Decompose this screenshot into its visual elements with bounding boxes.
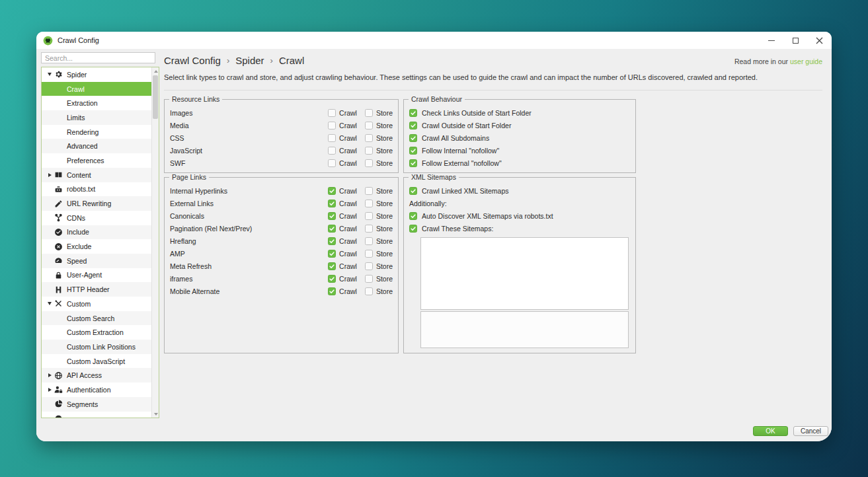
checkbox-crawl-outside-of-start-folder[interactable] [409, 122, 417, 129]
dialog-body: SpiderCrawlExtractionLimitsRenderingAdva… [36, 49, 832, 441]
sidebar-item-spider[interactable]: Spider [42, 67, 151, 82]
scrollbar-thumb[interactable] [153, 75, 158, 119]
crawl-checkbox-label: Crawl [339, 134, 357, 142]
breadcrumb-part-spider[interactable]: Spider [235, 55, 264, 66]
sidebar-item-user-agent[interactable]: User-Agent [42, 268, 151, 283]
store-checkbox-swf[interactable] [365, 159, 373, 167]
chevron-down-icon[interactable] [45, 73, 54, 76]
sidebar-item-label: CDNs [67, 214, 85, 222]
crawl-checkbox-external-links[interactable] [328, 200, 336, 207]
sidebar-item-exclude[interactable]: Exclude [42, 239, 151, 254]
crawl-checkbox-group: Crawl [328, 147, 357, 155]
store-checkbox-css[interactable] [365, 134, 373, 142]
crawl-checkbox-meta-refresh[interactable] [328, 262, 336, 270]
store-checkbox-mobile-alternate[interactable] [365, 287, 373, 295]
sidebar-item-advanced[interactable]: Advanced [42, 139, 151, 153]
checkbox-crawl-linked-xml-sitemaps[interactable] [409, 187, 417, 195]
sidebar-item-label: Custom Link Positions [67, 343, 136, 351]
tree-scrollbar[interactable] [151, 67, 159, 418]
sidebar-item-speed[interactable]: Speed [42, 254, 151, 268]
checkbox-crawl-these-sitemaps[interactable] [409, 225, 417, 233]
sidebar-item-label: Custom [67, 300, 91, 308]
sidebar-item-custom-link-positions[interactable]: Custom Link Positions [42, 340, 151, 354]
sidebar-item-robots-txt[interactable]: robots.txt [42, 182, 151, 197]
sitemaps-textarea-small[interactable] [420, 311, 629, 348]
close-button[interactable] [814, 36, 824, 45]
crawl-checkbox-group: Crawl [328, 200, 357, 207]
store-checkbox-images[interactable] [365, 109, 373, 117]
sidebar-item-content[interactable]: Content [42, 168, 151, 182]
link-row-meta-refresh: Meta RefreshCrawlStore [165, 260, 398, 272]
breadcrumb-part-crawl: Crawl [279, 55, 304, 66]
checkbox-check-links-outside-of-start-folder[interactable] [409, 109, 417, 117]
ok-button[interactable]: OK [753, 426, 788, 436]
store-checkbox-label: Store [376, 200, 393, 207]
crawl-checkbox-mobile-alternate[interactable] [328, 287, 336, 295]
store-checkbox-media[interactable] [365, 122, 373, 129]
store-checkbox-internal-hyperlinks[interactable] [365, 187, 373, 195]
chevron-right-icon[interactable] [45, 173, 54, 177]
crawl-checkbox-amp[interactable] [328, 250, 336, 258]
crawl-checkbox-media[interactable] [328, 122, 336, 129]
crawl-checkbox-hreflang[interactable] [328, 237, 336, 245]
sidebar-item-rendering[interactable]: Rendering [42, 125, 151, 139]
store-checkbox-label: Store [376, 250, 393, 258]
circle-icon [54, 414, 63, 418]
scrollbar-up-icon[interactable] [152, 67, 159, 75]
breadcrumb-part-crawl-config[interactable]: Crawl Config [164, 55, 221, 66]
store-checkbox-amp[interactable] [365, 250, 373, 258]
sidebar-item-preferences[interactable]: Preferences [42, 153, 151, 168]
crawl-checkbox-css[interactable] [328, 134, 336, 142]
search-input[interactable] [41, 52, 155, 63]
store-checkbox-javascript[interactable] [365, 147, 373, 155]
checkbox-follow-external-nofollow[interactable] [409, 159, 417, 167]
store-checkbox-group: Store [365, 187, 393, 195]
crawl-checkbox-label: Crawl [339, 237, 357, 245]
store-checkbox-iframes[interactable] [365, 275, 373, 283]
checkbox-follow-internal-nofollow[interactable] [409, 147, 417, 155]
sidebar-item-api-access[interactable]: API Access [42, 368, 151, 383]
sidebar-item-include[interactable]: Include [42, 225, 151, 240]
link-row-label: JavaScript [170, 147, 320, 155]
sidebar-item-label: Exclude [67, 242, 91, 250]
chevron-right-icon[interactable] [45, 373, 54, 377]
user-guide-link[interactable]: user guide [790, 57, 822, 65]
sidebar-item-crawl[interactable]: Crawl [42, 82, 151, 96]
store-checkbox-external-links[interactable] [365, 200, 373, 207]
sidebar-item-custom-search[interactable]: Custom Search [42, 311, 151, 326]
store-checkbox-pagination-rel-next-prev[interactable] [365, 225, 373, 233]
crawl-checkbox-canonicals[interactable] [328, 212, 336, 220]
sidebar-item-label: Speed [67, 257, 87, 265]
sidebar-item-limits[interactable]: Limits [42, 110, 151, 125]
checkbox-auto-discover-xml-sitemaps-via-robots-txt[interactable] [409, 212, 417, 220]
store-checkbox-meta-refresh[interactable] [365, 262, 373, 270]
crawl-checkbox-internal-hyperlinks[interactable] [328, 187, 336, 195]
sidebar-item-item[interactable] [42, 412, 151, 418]
sidebar-item-custom-javascript[interactable]: Custom JavaScript [42, 354, 151, 369]
cancel-button[interactable]: Cancel [793, 426, 828, 436]
store-checkbox-hreflang[interactable] [365, 237, 373, 245]
sidebar-item-url-rewriting[interactable]: URL Rewriting [42, 196, 151, 211]
minimize-button[interactable] [767, 36, 776, 45]
sidebar-item-cdns[interactable]: CDNs [42, 211, 151, 225]
link-row-iframes: iframesCrawlStore [165, 272, 398, 285]
crawl-checkbox-group: Crawl [328, 225, 357, 233]
chevron-right-icon[interactable] [45, 388, 54, 392]
sidebar-item-extraction[interactable]: Extraction [42, 96, 151, 110]
maximize-button[interactable] [791, 36, 800, 45]
sidebar-item-authentication[interactable]: Authentication [42, 383, 151, 397]
chevron-down-icon[interactable] [45, 302, 54, 305]
sidebar-item-custom-extraction[interactable]: Custom Extraction [42, 325, 151, 340]
sidebar-item-http-header[interactable]: HTTP Header [42, 282, 151, 297]
crawl-checkbox-iframes[interactable] [328, 275, 336, 283]
store-checkbox-canonicals[interactable] [365, 212, 373, 220]
checkbox-crawl-all-subdomains[interactable] [409, 134, 417, 142]
crawl-checkbox-images[interactable] [328, 109, 336, 117]
crawl-checkbox-pagination-rel-next-prev[interactable] [328, 225, 336, 233]
sidebar-item-custom[interactable]: Custom [42, 297, 151, 311]
sidebar-item-segments[interactable]: Segments [42, 397, 151, 412]
crawl-checkbox-swf[interactable] [328, 159, 336, 167]
sitemaps-textarea-large[interactable] [420, 237, 629, 310]
scrollbar-down-icon[interactable] [152, 410, 159, 418]
crawl-checkbox-javascript[interactable] [328, 147, 336, 155]
